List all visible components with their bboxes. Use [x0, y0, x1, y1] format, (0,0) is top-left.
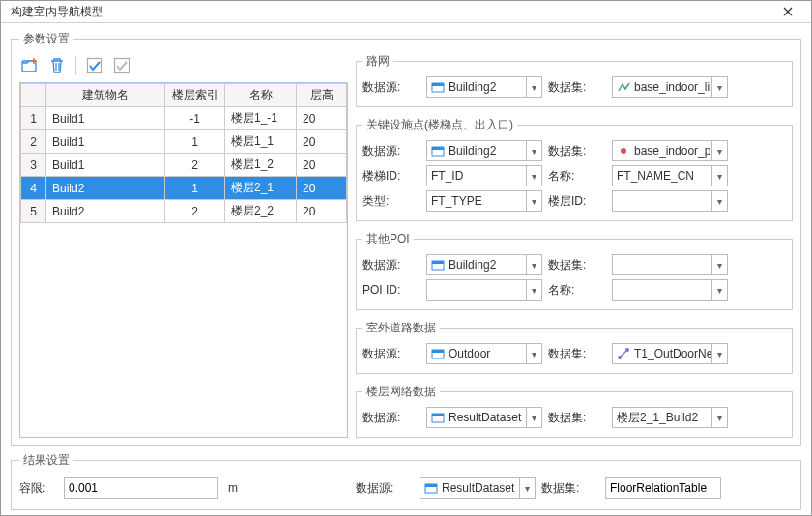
- facility-type-label: 类型:: [362, 193, 420, 210]
- header-rownum: [21, 84, 46, 107]
- facility-fieldset: 关键设施点(楼梯点、出入口) 数据源: Building2▾ 数据集: base…: [356, 117, 793, 221]
- floornet-dc-combo[interactable]: 楼层2_1_Build2▾: [612, 407, 728, 428]
- svg-rect-4: [432, 83, 444, 86]
- poi-id-combo[interactable]: ▾: [426, 279, 542, 301]
- point-dataset-icon: [617, 144, 630, 158]
- datasource-icon: [424, 481, 438, 495]
- params-legend: 参数设置: [19, 31, 73, 47]
- network-dataset-icon: [617, 347, 630, 360]
- outdoor-fieldset: 室外道路数据 数据源: Outdoor▾ 数据集: T1_OutDoorNe▾: [356, 320, 793, 374]
- svg-rect-1: [88, 59, 102, 73]
- road-fieldset: 路网 数据源: Building2▾ 数据集: base_indoor_li▾: [356, 53, 793, 107]
- grid-toolbar: [19, 53, 348, 82]
- folder-add-icon: [21, 57, 39, 74]
- poi-dc-combo[interactable]: ▾: [612, 254, 728, 275]
- floornet-ds-combo[interactable]: ResultDataset▾: [426, 407, 542, 428]
- outdoor-ds-combo[interactable]: Outdoor▾: [426, 343, 542, 364]
- road-ds-label: 数据源:: [362, 79, 420, 96]
- tolerance-value[interactable]: [69, 481, 214, 495]
- trash-icon: [48, 57, 66, 74]
- result-dc-value[interactable]: [610, 481, 716, 495]
- poi-id-label: POI ID:: [362, 283, 420, 297]
- result-ds-combo[interactable]: ResultDataset▾: [420, 477, 536, 499]
- facility-floor-label: 楼层ID:: [548, 193, 606, 210]
- tolerance-label: 容限:: [19, 480, 58, 497]
- facility-floor-combo[interactable]: ▾: [612, 190, 728, 212]
- uncheck-all-button[interactable]: [111, 55, 132, 76]
- facility-ds-combo[interactable]: Building2▾: [426, 140, 542, 161]
- dialog-window: 构建室内导航模型 参数设置: [0, 0, 812, 516]
- building-grid[interactable]: 建筑物名 楼层索引 名称 层高 1 Build1 -1: [19, 82, 348, 438]
- close-button[interactable]: [770, 1, 805, 22]
- facility-dc-combo[interactable]: base_indoor_p▾: [612, 140, 728, 161]
- result-fieldset: 结果设置 容限: m 数据源: ResultDataset▾ 数据集:: [11, 452, 801, 510]
- params-fieldset: 参数设置: [11, 31, 801, 446]
- titlebar: 构建室内导航模型: [1, 1, 811, 23]
- table-row[interactable]: 3 Build1 2 楼层1_2 20: [21, 154, 347, 177]
- floornet-legend: 楼层网络数据: [362, 384, 440, 400]
- svg-rect-2: [115, 59, 130, 73]
- grid-header-row: 建筑物名 楼层索引 名称 层高: [21, 84, 347, 107]
- road-legend: 路网: [362, 53, 393, 70]
- result-ds-label: 数据源:: [356, 480, 414, 497]
- svg-rect-9: [432, 261, 444, 264]
- dialog-title: 构建室内导航模型: [11, 4, 103, 20]
- table-row-selected[interactable]: 4 Build2 1 楼层2_1 20: [21, 177, 347, 200]
- caret-icon: ▾: [526, 77, 541, 97]
- check-icon: [86, 57, 103, 74]
- facility-legend: 关键设施点(楼梯点、出入口): [362, 117, 517, 133]
- facility-name-combo[interactable]: FT_NAME_CN▾: [612, 165, 728, 186]
- datasource-icon: [431, 258, 445, 272]
- facility-stair-label: 楼梯ID:: [362, 168, 420, 185]
- floornet-dc-label: 数据集:: [548, 410, 606, 426]
- floornet-fieldset: 楼层网络数据 数据源: ResultDataset▾ 数据集: 楼层2_1_Bu…: [356, 384, 793, 438]
- header-building: 建筑物名: [46, 84, 165, 107]
- road-ds-combo[interactable]: Building2▾: [426, 76, 542, 98]
- check-all-button[interactable]: [84, 55, 105, 76]
- table-row[interactable]: 5 Build2 2 楼层2_2 20: [21, 200, 347, 223]
- facility-stair-combo[interactable]: FT_ID▾: [426, 165, 542, 186]
- line-dataset-icon: [617, 80, 630, 94]
- svg-rect-17: [425, 484, 437, 487]
- floornet-ds-label: 数据源:: [362, 410, 420, 426]
- result-dc-input[interactable]: [605, 477, 721, 499]
- outdoor-ds-label: 数据源:: [362, 346, 420, 362]
- caret-icon: ▾: [711, 77, 727, 97]
- toolbar-separator: [75, 56, 76, 75]
- svg-rect-11: [432, 350, 444, 353]
- datasource-icon: [431, 144, 445, 158]
- poi-ds-combo[interactable]: Building2▾: [426, 254, 542, 275]
- road-dc-combo[interactable]: base_indoor_li▾: [612, 76, 728, 98]
- result-dc-label: 数据集:: [541, 480, 599, 497]
- facility-dc-label: 数据集:: [548, 143, 606, 159]
- poi-name-combo[interactable]: ▾: [612, 279, 728, 301]
- datasource-icon: [431, 80, 445, 94]
- svg-rect-15: [432, 414, 444, 416]
- delete-row-button[interactable]: [46, 55, 68, 76]
- tolerance-unit: m: [228, 481, 238, 495]
- check-disabled-icon: [113, 57, 130, 74]
- header-name: 名称: [225, 84, 297, 107]
- table-row[interactable]: 2 Build1 1 楼层1_1 20: [21, 130, 347, 154]
- tolerance-input[interactable]: [64, 477, 218, 499]
- outdoor-dc-combo[interactable]: T1_OutDoorNe▾: [612, 343, 728, 364]
- facility-ds-label: 数据源:: [362, 143, 420, 159]
- datasource-icon: [431, 411, 445, 424]
- road-dc-label: 数据集:: [548, 79, 606, 96]
- poi-name-label: 名称:: [548, 282, 606, 299]
- poi-legend: 其他POI: [362, 231, 414, 247]
- datasource-icon: [431, 347, 445, 360]
- poi-ds-label: 数据源:: [362, 257, 420, 273]
- result-legend: 结果设置: [19, 452, 73, 469]
- header-height: 层高: [297, 84, 347, 107]
- facility-name-label: 名称:: [548, 168, 606, 185]
- poi-dc-label: 数据集:: [548, 257, 606, 273]
- outdoor-dc-label: 数据集:: [548, 346, 606, 362]
- header-index: 楼层索引: [165, 84, 225, 107]
- facility-type-combo[interactable]: FT_TYPE▾: [426, 190, 542, 212]
- table-row[interactable]: 1 Build1 -1 楼层1_-1 20: [21, 107, 347, 130]
- add-row-button[interactable]: [19, 55, 41, 76]
- outdoor-legend: 室外道路数据: [362, 320, 440, 336]
- poi-fieldset: 其他POI 数据源: Building2▾ 数据集: ▾ POI ID:: [356, 231, 793, 310]
- svg-point-7: [621, 148, 626, 154]
